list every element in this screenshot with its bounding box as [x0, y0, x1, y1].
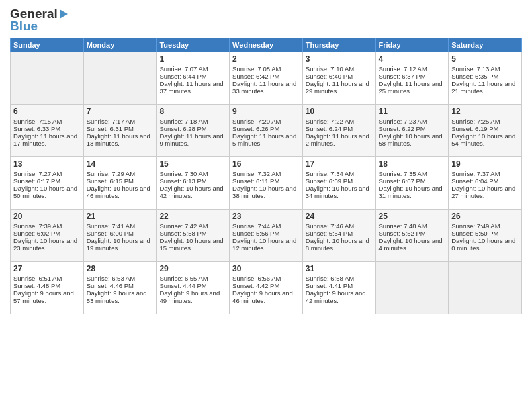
daylight-text: Daylight: 9 hours and 46 minutes.: [232, 289, 300, 304]
sunset-text: Sunset: 6:44 PM: [159, 73, 226, 80]
sunrise-text: Sunrise: 7:48 AM: [379, 222, 446, 230]
day-cell: 17Sunrise: 7:34 AMSunset: 6:09 PMDayligh…: [302, 157, 375, 210]
header-row: SundayMondayTuesdayWednesdayThursdayFrid…: [11, 38, 522, 52]
day-cell: 1Sunrise: 7:07 AMSunset: 6:44 PMDaylight…: [157, 52, 230, 105]
day-cell: 31Sunrise: 6:58 AMSunset: 4:41 PMDayligh…: [302, 262, 375, 314]
header-day-wednesday: Wednesday: [230, 38, 303, 52]
day-cell: 9Sunrise: 7:20 AMSunset: 6:26 PMDaylight…: [230, 105, 303, 157]
daylight-text: Daylight: 10 hours and 27 minutes.: [451, 185, 519, 199]
day-cell: 14Sunrise: 7:29 AMSunset: 6:15 PMDayligh…: [83, 157, 157, 210]
sunrise-text: Sunrise: 7:13 AM: [451, 65, 519, 73]
day-number: 31: [306, 264, 373, 273]
sunrise-text: Sunrise: 7:12 AM: [379, 65, 446, 73]
sunset-text: Sunset: 6:35 PM: [451, 73, 519, 80]
day-number: 1: [159, 54, 226, 64]
sunrise-text: Sunrise: 7:39 AM: [13, 222, 81, 230]
week-row-0: 1Sunrise: 7:07 AMSunset: 6:44 PMDaylight…: [11, 52, 522, 105]
day-cell: 5Sunrise: 7:13 AMSunset: 6:35 PMDaylight…: [449, 52, 522, 105]
sunset-text: Sunset: 6:31 PM: [87, 125, 154, 132]
sunset-text: Sunset: 5:52 PM: [379, 230, 446, 237]
sunrise-text: Sunrise: 6:51 AM: [13, 275, 81, 282]
day-number: 7: [87, 107, 154, 116]
sunrise-text: Sunrise: 7:30 AM: [159, 170, 226, 177]
day-number: 30: [232, 264, 300, 273]
week-row-4: 27Sunrise: 6:51 AMSunset: 4:48 PMDayligh…: [11, 262, 522, 314]
daylight-text: Daylight: 11 hours and 33 minutes.: [232, 80, 300, 95]
day-cell: 20Sunrise: 7:39 AMSunset: 6:02 PMDayligh…: [11, 210, 84, 262]
day-cell: 27Sunrise: 6:51 AMSunset: 4:48 PMDayligh…: [11, 262, 84, 314]
daylight-text: Daylight: 11 hours and 9 minutes.: [159, 132, 226, 147]
day-cell: 23Sunrise: 7:44 AMSunset: 5:56 PMDayligh…: [230, 210, 303, 262]
day-number: 28: [87, 264, 154, 273]
day-number: 18: [379, 159, 446, 169]
day-cell: 12Sunrise: 7:25 AMSunset: 6:19 PMDayligh…: [449, 105, 522, 157]
day-number: 8: [159, 107, 226, 116]
day-cell: [11, 52, 84, 105]
daylight-text: Daylight: 10 hours and 31 minutes.: [379, 185, 446, 199]
day-cell: 2Sunrise: 7:08 AMSunset: 6:42 PMDaylight…: [230, 52, 303, 105]
day-number: 27: [13, 264, 81, 273]
daylight-text: Daylight: 9 hours and 42 minutes.: [306, 289, 373, 304]
sunrise-text: Sunrise: 7:08 AM: [232, 65, 300, 73]
sunrise-text: Sunrise: 7:44 AM: [232, 222, 300, 230]
day-cell: 15Sunrise: 7:30 AMSunset: 6:13 PMDayligh…: [157, 157, 230, 210]
daylight-text: Daylight: 10 hours and 34 minutes.: [306, 185, 373, 199]
day-cell: [375, 262, 449, 314]
week-row-3: 20Sunrise: 7:39 AMSunset: 6:02 PMDayligh…: [11, 210, 522, 262]
sunrise-text: Sunrise: 6:56 AM: [232, 275, 300, 282]
day-cell: 11Sunrise: 7:23 AMSunset: 6:22 PMDayligh…: [375, 105, 449, 157]
sunset-text: Sunset: 4:46 PM: [87, 282, 154, 289]
daylight-text: Daylight: 10 hours and 23 minutes.: [13, 237, 81, 252]
sunset-text: Sunset: 6:07 PM: [379, 177, 446, 185]
sunrise-text: Sunrise: 7:34 AM: [306, 170, 373, 177]
sunset-text: Sunset: 4:41 PM: [306, 282, 373, 289]
sunset-text: Sunset: 6:09 PM: [306, 177, 373, 185]
day-number: 21: [87, 212, 154, 221]
sunrise-text: Sunrise: 7:10 AM: [306, 65, 373, 73]
header: General Blue: [10, 7, 522, 34]
day-cell: [83, 52, 157, 105]
daylight-text: Daylight: 11 hours and 5 minutes.: [232, 132, 300, 147]
header-day-thursday: Thursday: [302, 38, 375, 52]
day-number: 4: [379, 54, 446, 64]
sunset-text: Sunset: 6:15 PM: [87, 177, 154, 185]
day-cell: [449, 262, 522, 314]
sunset-text: Sunset: 5:50 PM: [451, 230, 519, 237]
sunrise-text: Sunrise: 7:41 AM: [87, 222, 154, 230]
sunset-text: Sunset: 6:28 PM: [159, 125, 226, 132]
day-number: 26: [451, 212, 519, 221]
daylight-text: Daylight: 11 hours and 37 minutes.: [159, 80, 226, 95]
daylight-text: Daylight: 10 hours and 54 minutes.: [451, 132, 519, 147]
day-number: 24: [306, 212, 373, 221]
day-number: 29: [159, 264, 226, 273]
sunrise-text: Sunrise: 7:35 AM: [379, 170, 446, 177]
week-row-1: 6Sunrise: 7:15 AMSunset: 6:33 PMDaylight…: [11, 105, 522, 157]
day-cell: 4Sunrise: 7:12 AMSunset: 6:37 PMDaylight…: [375, 52, 449, 105]
day-cell: 7Sunrise: 7:17 AMSunset: 6:31 PMDaylight…: [83, 105, 157, 157]
sunset-text: Sunset: 4:48 PM: [13, 282, 81, 289]
sunrise-text: Sunrise: 6:55 AM: [159, 275, 226, 282]
day-cell: 13Sunrise: 7:27 AMSunset: 6:17 PMDayligh…: [11, 157, 84, 210]
day-number: 20: [13, 212, 81, 221]
calendar-table: SundayMondayTuesdayWednesdayThursdayFrid…: [10, 38, 522, 314]
sunrise-text: Sunrise: 7:18 AM: [159, 118, 226, 125]
daylight-text: Daylight: 9 hours and 57 minutes.: [13, 289, 81, 304]
sunset-text: Sunset: 6:40 PM: [306, 73, 373, 80]
sunrise-text: Sunrise: 7:46 AM: [306, 222, 373, 230]
sunrise-text: Sunrise: 7:27 AM: [13, 170, 81, 177]
day-cell: 3Sunrise: 7:10 AMSunset: 6:40 PMDaylight…: [302, 52, 375, 105]
sunset-text: Sunset: 6:19 PM: [451, 125, 519, 132]
daylight-text: Daylight: 10 hours and 8 minutes.: [306, 237, 373, 252]
daylight-text: Daylight: 11 hours and 21 minutes.: [451, 80, 519, 95]
day-cell: 6Sunrise: 7:15 AMSunset: 6:33 PMDaylight…: [11, 105, 84, 157]
logo: General Blue: [10, 7, 68, 34]
sunset-text: Sunset: 6:13 PM: [159, 177, 226, 185]
day-cell: 16Sunrise: 7:32 AMSunset: 6:11 PMDayligh…: [230, 157, 303, 210]
daylight-text: Daylight: 11 hours and 17 minutes.: [13, 132, 81, 147]
day-cell: 30Sunrise: 6:56 AMSunset: 4:42 PMDayligh…: [230, 262, 303, 314]
day-cell: 10Sunrise: 7:22 AMSunset: 6:24 PMDayligh…: [302, 105, 375, 157]
sunrise-text: Sunrise: 7:20 AM: [232, 118, 300, 125]
sunset-text: Sunset: 6:11 PM: [232, 177, 300, 185]
sunrise-text: Sunrise: 6:53 AM: [87, 275, 154, 282]
sunrise-text: Sunrise: 7:17 AM: [87, 118, 154, 125]
